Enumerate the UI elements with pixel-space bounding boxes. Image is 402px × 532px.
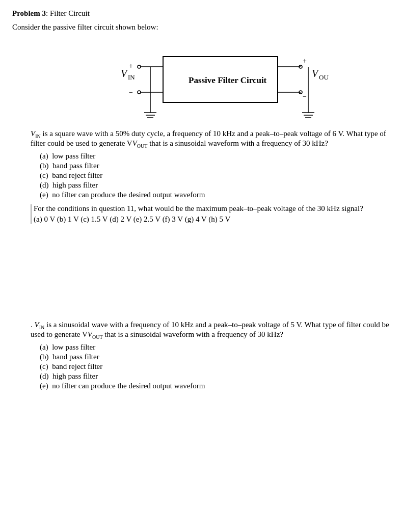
q13-option-b: (b) band pass filter [40,353,390,361]
svg-text:V: V [312,68,319,79]
q11-options: (a) low pass filter (b) band pass filter… [40,152,390,199]
q13-vin-sub: IN [39,325,45,330]
svg-point-8 [138,65,141,68]
svg-text:−: − [303,93,307,100]
q13-options: (a) low pass filter (b) band pass filter… [40,343,390,390]
q13-option-d: (d) high pass filter [40,372,390,381]
question-11-block: VIN is a square wave with a 50% duty cyc… [31,129,390,199]
question-12-text: For the conditions in question 11, what … [34,204,390,213]
intro-text: Consider the passive filter circuit show… [12,23,390,32]
q13-option-a: (a) low pass filter [40,343,390,352]
q13-dot: . [31,321,35,329]
svg-point-9 [138,91,141,94]
q11-vout-sub: OUT [137,143,148,149]
circuit-svg: V IN + − Passive Filter Circuit + − [74,39,329,120]
q11-vout: V [132,139,137,147]
q13-vout: V [88,330,92,338]
question-13-block: . VIN is a sinusoidal wave with a freque… [31,321,390,390]
circuit-diagram: V IN + − Passive Filter Circuit + − [12,39,390,120]
svg-text:−: − [129,89,133,96]
q11-vin: V [31,129,35,138]
problem-subtitle: : Filter Circuit [46,9,90,17]
svg-text:IN: IN [128,73,135,81]
q13-text2: that is a sinusoidal waveform with a fre… [103,330,283,338]
q11-option-d: (d) high pass filter [40,181,390,190]
svg-text:V: V [121,68,128,79]
q13-vin: V [35,321,39,329]
problem-number: Problem 3 [12,9,46,17]
svg-text:+: + [303,57,307,65]
q13-vout-sub: OUT [92,334,103,340]
question-11-text: VIN is a square wave with a 50% duty cyc… [31,129,390,149]
problem-title: Problem 3: Filter Circuit [12,9,390,18]
q13-option-c: (c) band reject filter [40,362,390,371]
svg-text:+: + [129,62,133,70]
q11-text2: that is a sinusoidal waveform with a fre… [147,139,328,147]
question-12-answers: (a) 0 V (b) 1 V (c) 1.5 V (d) 2 V (e) 2.… [34,215,390,224]
question-12-block: For the conditions in question 11, what … [31,204,390,224]
q13-option-e: (e) no filter can produce the desired ou… [40,382,390,390]
q11-option-b: (b) band pass filter [40,162,390,170]
svg-text:OUT: OUT [319,73,329,81]
svg-text:Passive Filter Circuit: Passive Filter Circuit [189,75,267,85]
q11-vin-sub: IN [35,134,41,139]
q11-option-c: (c) band reject filter [40,171,390,180]
spacer-area [12,229,390,321]
q11-option-e: (e) no filter can produce the desired ou… [40,191,390,199]
q11-option-a: (a) low pass filter [40,152,390,161]
question-13-text: . VIN is a sinusoidal wave with a freque… [31,321,390,340]
